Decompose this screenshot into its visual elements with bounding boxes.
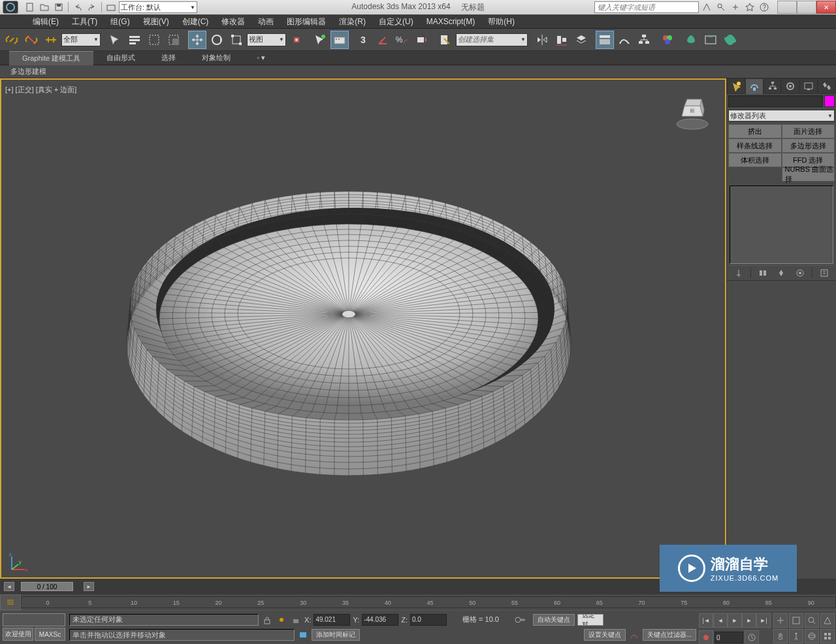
project-icon[interactable]: [104, 1, 118, 13]
zoom-extents-icon[interactable]: [789, 613, 803, 628]
selection-filter-dropdown[interactable]: 全部▼: [61, 33, 101, 46]
show-end-result-icon[interactable]: [756, 267, 769, 279]
bind-icon[interactable]: [42, 31, 60, 49]
orbit-icon[interactable]: [805, 629, 819, 643]
app-icon[interactable]: [3, 1, 18, 14]
object-name-field[interactable]: [728, 95, 823, 107]
time-config-icon[interactable]: [745, 630, 759, 644]
auto-key-button[interactable]: 自动关键点: [533, 614, 575, 626]
menu-maxscript[interactable]: MAXScript(M): [420, 15, 482, 28]
undo-icon[interactable]: [71, 1, 84, 13]
key-icon[interactable]: [715, 1, 728, 13]
ref-coord-dropdown[interactable]: 视图▼: [247, 33, 286, 46]
key-filters-button[interactable]: 关键点过滤器...: [643, 629, 696, 641]
key-mode-icon[interactable]: [515, 614, 526, 626]
unlink-icon[interactable]: [22, 31, 40, 49]
menu-customize[interactable]: 自定义(U): [372, 15, 420, 28]
pin-stack-icon[interactable]: [732, 267, 745, 279]
favorite-icon[interactable]: [743, 1, 756, 13]
motion-tab-icon[interactable]: [781, 78, 799, 94]
welcome-button[interactable]: 欢迎使用: [3, 628, 33, 641]
current-frame-field[interactable]: 0: [715, 632, 743, 643]
modifier-spline-select-button[interactable]: 样条线选择: [728, 138, 782, 153]
mirror-icon[interactable]: [533, 31, 551, 49]
ribbon-panel-polymodeling[interactable]: 多边形建模: [5, 67, 52, 76]
new-icon[interactable]: [24, 1, 37, 13]
ribbon-tab-selection[interactable]: 选择: [148, 51, 189, 65]
maximize-button[interactable]: ☐: [797, 1, 816, 14]
hierarchy-tab-icon[interactable]: [764, 78, 782, 94]
select-by-name-icon[interactable]: [125, 31, 144, 49]
modifier-poly-select-button[interactable]: 多边形选择: [782, 138, 835, 153]
timeline-ruler[interactable]: 051015202530354045505560657075808590: [21, 596, 836, 608]
y-coord-field[interactable]: -44.036: [362, 614, 398, 626]
create-tab-icon[interactable]: [727, 78, 745, 94]
viewport-label[interactable]: [+] [正交] [真实 + 边面]: [5, 85, 76, 95]
render-icon[interactable]: [721, 31, 739, 49]
add-time-tag-button[interactable]: 添加时间标记: [312, 629, 360, 641]
make-unique-icon[interactable]: [775, 267, 788, 279]
goto-start-icon[interactable]: |◄: [699, 613, 713, 628]
zoom-icon[interactable]: [805, 613, 819, 628]
window-crossing-icon[interactable]: [165, 31, 183, 49]
rotate-icon[interactable]: [208, 31, 226, 49]
key-mode-toggle-icon[interactable]: [699, 630, 713, 644]
ribbon-tab-paint[interactable]: 对象绘制: [189, 51, 244, 65]
lock-selection-icon[interactable]: [261, 614, 273, 626]
menu-tools[interactable]: 工具(T): [65, 15, 104, 28]
save-icon[interactable]: [52, 1, 65, 13]
curve-editor-icon[interactable]: [615, 31, 634, 49]
link-icon[interactable]: [3, 31, 21, 49]
next-frame-icon[interactable]: ►: [742, 613, 756, 628]
keyboard-shortcut-icon[interactable]: [330, 31, 349, 49]
time-slider-prev-icon[interactable]: ◄: [4, 582, 14, 591]
workspace-dropdown[interactable]: 工作台: 默认▼: [119, 1, 197, 13]
redo-icon[interactable]: [86, 1, 99, 13]
play-icon[interactable]: ►: [728, 613, 742, 628]
object-color-swatch[interactable]: [824, 95, 835, 107]
modifier-extrude-button[interactable]: 挤出: [728, 124, 782, 138]
menu-help[interactable]: 帮助(H): [481, 15, 521, 28]
menu-animation[interactable]: 动画: [251, 15, 280, 28]
ribbon-tab-freeform[interactable]: 自由形式: [93, 51, 148, 65]
pivot-icon[interactable]: [287, 31, 306, 49]
configure-sets-icon[interactable]: [818, 267, 831, 279]
modify-tab-icon[interactable]: [745, 78, 764, 94]
comm-center-icon[interactable]: [297, 629, 309, 641]
time-slider-next-icon[interactable]: ►: [84, 582, 94, 591]
remove-modifier-icon[interactable]: [794, 267, 807, 279]
timeline-config-icon[interactable]: [0, 594, 21, 610]
ribbon-expand-icon[interactable]: ◦ ▾: [244, 51, 278, 65]
walk-icon[interactable]: [789, 629, 803, 643]
fov-icon[interactable]: [820, 613, 835, 628]
select-icon[interactable]: [106, 31, 124, 49]
pan-view-icon[interactable]: [773, 613, 788, 628]
ribbon-toggle-icon[interactable]: [596, 31, 614, 49]
material-editor-icon[interactable]: [658, 31, 677, 49]
exchange-icon[interactable]: [729, 1, 742, 13]
close-button[interactable]: ✕: [816, 1, 836, 14]
viewport[interactable]: [+] [正交] [真实 + 边面]: [0, 78, 726, 579]
edit-named-sel-icon[interactable]: [436, 31, 455, 49]
utilities-tab-icon[interactable]: [818, 78, 836, 94]
infocenter-icon[interactable]: [700, 1, 713, 13]
display-tab-icon[interactable]: [799, 78, 818, 94]
modifier-stack[interactable]: [730, 185, 833, 264]
pan-icon[interactable]: [773, 629, 788, 643]
select-region-icon[interactable]: [145, 31, 163, 49]
z-coord-field[interactable]: 0.0: [410, 614, 447, 626]
sel-lock-icon[interactable]: [290, 614, 302, 626]
modifier-nurbs-select-button[interactable]: NURBS 曲面选择: [782, 167, 835, 182]
maxscript-button[interactable]: MAXSc: [35, 628, 65, 641]
minimize-button[interactable]: —: [777, 1, 797, 14]
move-icon[interactable]: [188, 31, 206, 49]
manipulate-icon[interactable]: [311, 31, 329, 49]
spinner-snap-icon[interactable]: [413, 31, 431, 49]
modifier-list-dropdown[interactable]: 修改器列表▼: [728, 110, 835, 121]
menu-rendering[interactable]: 渲染(R): [332, 15, 372, 28]
named-selection-dropdown[interactable]: 创建选择集▼: [456, 33, 528, 46]
isolate-icon[interactable]: [276, 614, 287, 626]
snap-toggle-icon[interactable]: 3: [354, 31, 372, 49]
help-search-input[interactable]: [594, 1, 699, 13]
rendered-frame-icon[interactable]: [701, 31, 720, 49]
